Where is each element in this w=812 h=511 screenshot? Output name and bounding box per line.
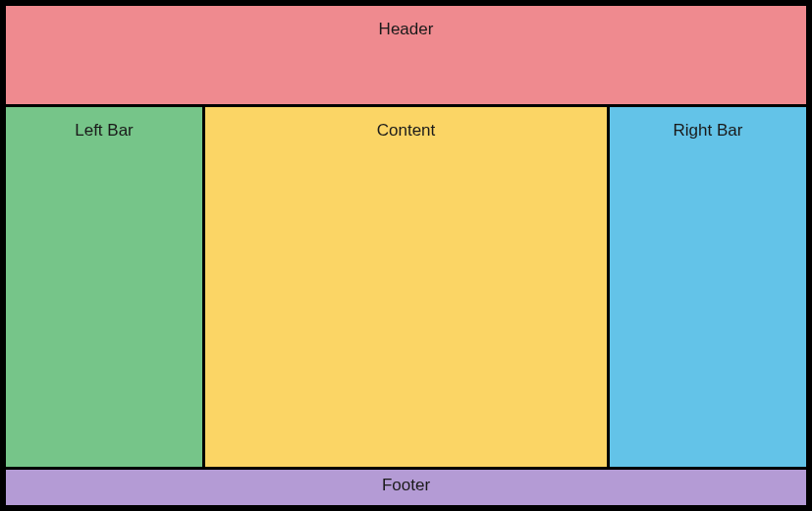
content-label: Content [377,121,436,140]
footer-region: Footer [6,470,806,505]
left-bar-region: Left Bar [6,107,202,467]
left-bar-label: Left Bar [75,121,134,140]
right-bar-region: Right Bar [610,107,806,467]
content-region: Content [205,107,607,467]
middle-row: Left Bar Content Right Bar [6,107,806,467]
footer-label: Footer [382,476,430,494]
header-region: Header [6,6,806,104]
right-bar-label: Right Bar [674,121,743,140]
header-label: Header [379,20,434,38]
